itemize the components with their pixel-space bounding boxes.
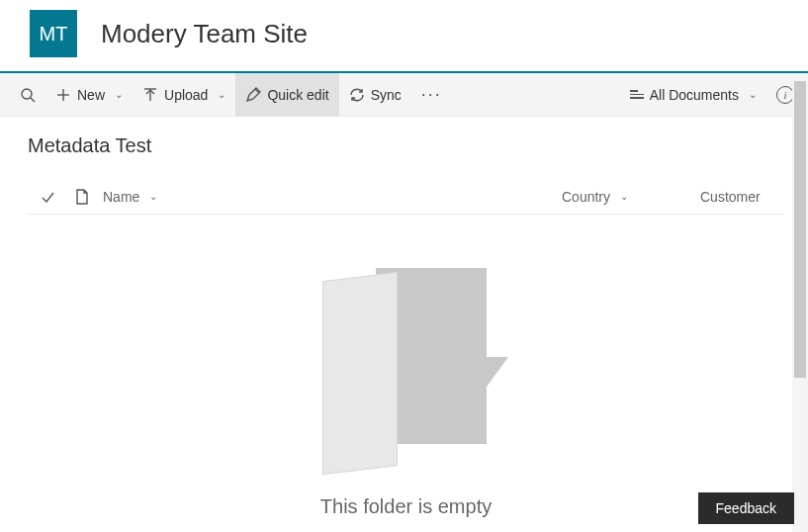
library-title: Metadata Test <box>28 134 784 157</box>
chevron-down-icon: ⌄ <box>149 191 157 202</box>
view-selector[interactable]: All Documents ⌄ <box>620 73 766 117</box>
sync-icon <box>349 87 365 103</box>
site-logo[interactable]: MT <box>30 10 77 57</box>
pencil-icon <box>245 87 261 103</box>
more-actions-button[interactable]: ··· <box>411 73 452 117</box>
chevron-down-icon: ⌄ <box>218 89 225 100</box>
file-type-column[interactable] <box>67 189 97 205</box>
svg-point-0 <box>22 89 32 99</box>
feedback-button[interactable]: Feedback <box>698 492 794 524</box>
sync-label: Sync <box>371 87 402 103</box>
name-column-label: Name <box>103 189 139 205</box>
library-content: Metadata Test Name ⌄ Country ⌄ Customer … <box>0 117 808 526</box>
country-column-header[interactable]: Country ⌄ <box>562 189 700 205</box>
select-all-toggle[interactable] <box>28 189 67 205</box>
empty-folder-state: This folder is empty <box>28 215 784 524</box>
site-title[interactable]: Modery Team Site <box>101 19 308 49</box>
plus-icon <box>55 87 71 103</box>
list-view-icon <box>630 90 644 99</box>
empty-folder-icon <box>322 268 491 466</box>
command-bar: New ⌄ Upload ⌄ Quick edit Sync ··· All D… <box>0 73 808 117</box>
view-label: All Documents <box>650 87 739 103</box>
country-column-label: Country <box>562 189 610 205</box>
customer-column-header[interactable]: Customer <box>700 189 779 205</box>
ellipsis-icon: ··· <box>421 84 442 105</box>
chevron-down-icon: ⌄ <box>749 89 757 100</box>
check-icon <box>40 189 55 205</box>
quick-edit-label: Quick edit <box>267 87 328 103</box>
upload-icon <box>142 87 158 103</box>
customer-column-label: Customer <box>700 189 761 205</box>
new-label: New <box>77 87 105 103</box>
upload-label: Upload <box>164 87 208 103</box>
empty-folder-message: This folder is empty <box>320 495 492 518</box>
upload-button[interactable]: Upload ⌄ <box>133 73 235 117</box>
sync-button[interactable]: Sync <box>339 73 411 117</box>
document-icon <box>74 189 90 205</box>
search-button[interactable] <box>10 73 45 117</box>
site-header: MT Modery Team Site <box>0 0 808 73</box>
chevron-down-icon: ⌄ <box>620 191 628 202</box>
name-column-header[interactable]: Name ⌄ <box>97 189 562 205</box>
quick-edit-button[interactable]: Quick edit <box>235 73 338 117</box>
svg-line-1 <box>31 98 35 102</box>
search-icon <box>20 87 36 103</box>
new-button[interactable]: New ⌄ <box>45 73 133 117</box>
chevron-down-icon: ⌄ <box>115 89 123 100</box>
column-header-row: Name ⌄ Country ⌄ Customer <box>28 179 784 215</box>
